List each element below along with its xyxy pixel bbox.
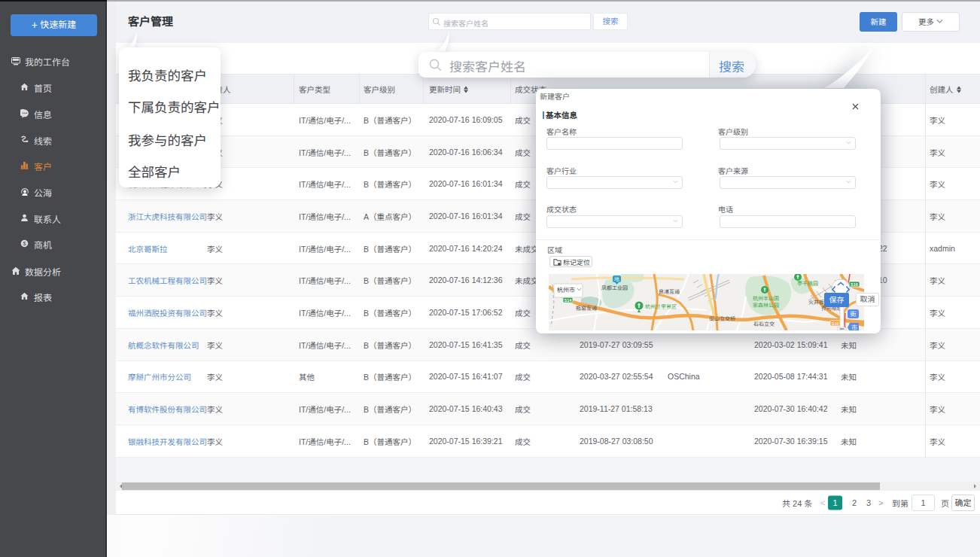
svg-text:地: 地 — [613, 275, 619, 282]
svg-text:瓜山立交桥: 瓜山立交桥 — [709, 315, 735, 322]
svg-text:杭州市: 杭州市 — [557, 285, 575, 294]
svg-text:$: $ — [23, 240, 26, 247]
svg-text:良渚互通: 良渚互通 — [659, 288, 680, 295]
svg-text:瓶窑互通: 瓶窑互通 — [576, 304, 597, 312]
svg-text:S10: S10 — [832, 321, 839, 327]
svg-text:杭州兰里景区: 杭州兰里景区 — [645, 303, 677, 310]
svg-text:S16: S16 — [851, 282, 858, 288]
svg-text:凤都工业园: 凤都工业园 — [601, 284, 628, 291]
svg-text:市: 市 — [851, 323, 857, 330]
svg-text:石石立交: 石石立交 — [753, 320, 775, 327]
svg-text:街: 街 — [851, 309, 857, 318]
svg-text:S14: S14 — [565, 297, 573, 303]
svg-text:家森林公园: 家森林公园 — [753, 301, 779, 309]
svg-text:亭千桃园: 亭千桃园 — [797, 279, 818, 287]
